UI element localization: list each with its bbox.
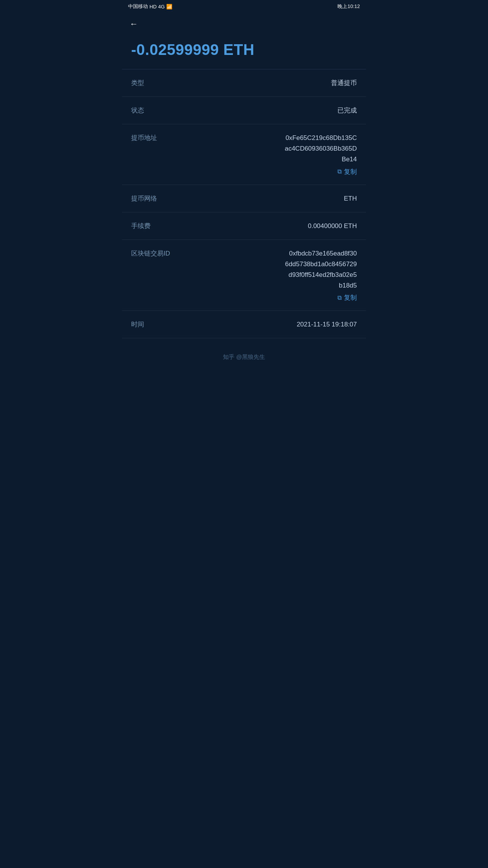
hd-badge: HD: [149, 4, 157, 10]
txid-block: 区块链交易ID 0xfbdcb73e165ead8f306dd5738bd1a0…: [122, 240, 366, 311]
network-label: 提币网络: [131, 193, 157, 203]
watermark-text: 知乎 @黑狼先生: [223, 354, 265, 360]
time-label: 时间: [131, 319, 144, 329]
signal-text: 4G: [158, 4, 165, 10]
time-row: 时间 2021-11-15 19:18:07: [122, 311, 366, 338]
address-copy-row[interactable]: ⧉ 复制: [131, 167, 357, 176]
fee-row: 手续费 0.00400000 ETH: [122, 212, 366, 240]
status-label: 状态: [131, 105, 144, 115]
time-value: 2021-11-15 19:18:07: [297, 319, 357, 330]
type-label: 类型: [131, 78, 144, 87]
address-value: 0xFe65C219c68Db135Cac4CD60936036Bb365DBe…: [285, 133, 357, 165]
txid-value: 0xfbdcb73e165ead8f306dd5738bd1a0c8456729…: [285, 248, 357, 291]
status-value: 已完成: [337, 105, 357, 116]
amount-value: -0.02599999 ETH: [131, 41, 357, 58]
type-value: 普通提币: [331, 78, 357, 88]
status-left: 中国移动 HD 4G 📶: [128, 3, 172, 10]
status-bar: 中国移动 HD 4G 📶 晚上10:12: [122, 0, 366, 13]
copy-address-icon: ⧉: [337, 168, 342, 175]
signal-bars-icon: 📶: [166, 4, 172, 10]
nav-bar: ←: [122, 13, 366, 32]
address-label: 提币地址: [131, 133, 157, 142]
txid-label: 区块链交易ID: [131, 248, 170, 258]
footer-watermark: 知乎 @黑狼先生: [122, 338, 366, 368]
address-block: 提币地址 0xFe65C219c68Db135Cac4CD60936036Bb3…: [122, 124, 366, 185]
fee-label: 手续费: [131, 221, 151, 230]
carrier-text: 中国移动: [128, 3, 148, 10]
address-row: 提币地址 0xFe65C219c68Db135Cac4CD60936036Bb3…: [131, 133, 357, 165]
amount-section: -0.02599999 ETH: [122, 32, 366, 69]
status-time: 晚上10:12: [337, 3, 360, 10]
fee-value: 0.00400000 ETH: [308, 221, 357, 231]
type-row: 类型 普通提币: [122, 69, 366, 97]
network-row: 提币网络 ETH: [122, 185, 366, 212]
copy-address-label: 复制: [344, 167, 357, 176]
status-row: 状态 已完成: [122, 97, 366, 124]
back-button[interactable]: ←: [130, 19, 138, 29]
txid-copy-row[interactable]: ⧉ 复制: [131, 293, 357, 302]
copy-txid-label: 复制: [344, 293, 357, 302]
txid-row: 区块链交易ID 0xfbdcb73e165ead8f306dd5738bd1a0…: [131, 248, 357, 291]
network-value: ETH: [344, 193, 357, 204]
copy-txid-icon: ⧉: [337, 294, 342, 301]
